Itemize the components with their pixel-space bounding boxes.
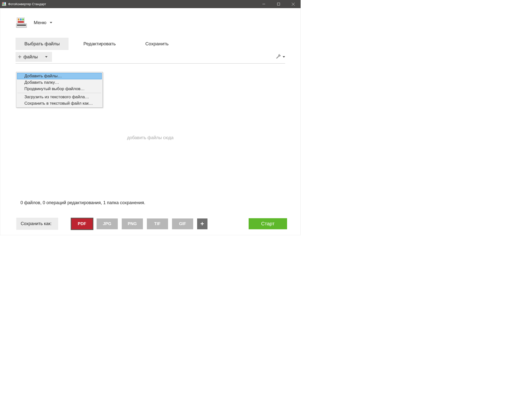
format-gif-button[interactable]: GIF bbox=[172, 218, 193, 229]
tab-edit[interactable]: Редактировать bbox=[69, 38, 130, 50]
menu-item-advanced-select[interactable]: Продвинутый выбор файлов… bbox=[17, 86, 102, 92]
start-button[interactable]: Старт bbox=[249, 218, 287, 229]
close-button[interactable] bbox=[286, 0, 301, 8]
svg-rect-12 bbox=[22, 18, 24, 20]
add-files-dropdown-button[interactable]: + файлы bbox=[16, 52, 52, 62]
format-add-button[interactable]: + bbox=[197, 218, 207, 229]
tab-select-files[interactable]: Выбрать файлы bbox=[16, 38, 69, 50]
svg-rect-1 bbox=[2, 2, 3, 3]
maximize-button[interactable] bbox=[271, 0, 286, 8]
svg-rect-13 bbox=[18, 21, 24, 23]
tab-save[interactable]: Сохранить bbox=[131, 38, 183, 50]
settings-button[interactable] bbox=[276, 54, 285, 60]
drop-hint: добавить файлы сюда bbox=[127, 135, 174, 140]
app-logo bbox=[16, 17, 27, 28]
menu-separator bbox=[17, 93, 101, 93]
menu-item-load-from-txt[interactable]: Загрузить из текстового файла… bbox=[17, 94, 102, 100]
format-tif-button[interactable]: TIF bbox=[147, 218, 168, 229]
files-dropdown-menu: Добавить файлы… Добавить папку… Продвину… bbox=[16, 72, 103, 108]
svg-rect-15 bbox=[17, 25, 26, 26]
format-png-button[interactable]: PNG bbox=[122, 218, 143, 229]
menu-item-add-files[interactable]: Добавить файлы… bbox=[17, 73, 102, 79]
status-text: 0 файлов, 0 операций редактирования, 1 п… bbox=[20, 200, 145, 205]
svg-rect-2 bbox=[4, 2, 5, 3]
minimize-button[interactable] bbox=[256, 0, 271, 8]
menu-button[interactable]: Меню bbox=[34, 20, 52, 25]
chevron-down-icon bbox=[45, 56, 48, 58]
menu-item-add-folder[interactable]: Добавить папку… bbox=[17, 79, 102, 86]
plus-icon: + bbox=[18, 54, 21, 60]
format-pdf-button[interactable]: PDF bbox=[71, 218, 93, 229]
menu-item-save-to-txt[interactable]: Сохранить в текстовый файл как… bbox=[17, 100, 102, 107]
chevron-down-icon bbox=[50, 22, 52, 23]
svg-rect-4 bbox=[2, 5, 6, 6]
tabs: Выбрать файлы Редактировать Сохранить bbox=[0, 38, 300, 50]
svg-rect-10 bbox=[18, 18, 19, 20]
titlebar: ФотоКонвертер Стандарт bbox=[0, 0, 301, 8]
divider bbox=[16, 63, 285, 64]
wrench-icon bbox=[276, 54, 281, 60]
app-icon bbox=[2, 2, 6, 6]
svg-rect-6 bbox=[277, 3, 280, 5]
svg-rect-11 bbox=[20, 18, 22, 20]
menu-label: Меню bbox=[34, 20, 46, 25]
save-as-label: Сохранить как: bbox=[16, 218, 58, 230]
window-title: ФотоКонвертер Стандарт bbox=[8, 2, 256, 6]
chevron-down-icon bbox=[283, 56, 285, 58]
files-label: файлы bbox=[23, 54, 38, 60]
format-jpg-button[interactable]: JPG bbox=[97, 218, 118, 229]
svg-rect-3 bbox=[2, 4, 5, 4]
